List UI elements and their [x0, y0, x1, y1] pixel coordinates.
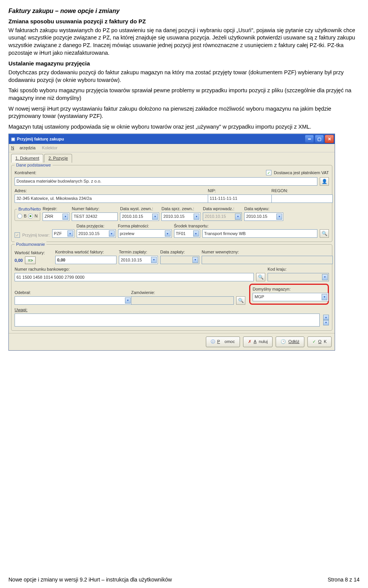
numer-wewnetrzny-label: Numer wewnętrzny:	[202, 249, 329, 255]
termin-zaplaty-label: Termin zapłaty:	[119, 249, 158, 255]
chevron-down-icon: ▼	[322, 274, 328, 280]
tab-dokument[interactable]: 1. Dokument	[11, 154, 43, 163]
zamowienie-lookup-button[interactable]: 🔍	[236, 296, 245, 305]
dialog-window: ▣ Przyjmij fakturę zakupu ━ ▢ ✕ Narzędzi…	[8, 134, 335, 350]
nip-label: NIP:	[208, 188, 269, 194]
srodek-transportu-select[interactable]: TF01▼	[174, 229, 200, 238]
srodek-transportu-label: Środek transportu:	[174, 223, 329, 229]
chevron-down-icon: ▼	[109, 230, 115, 237]
data-przyjecia-select[interactable]: 2010.10.15▼	[77, 229, 116, 238]
menu-narzedzia[interactable]: Narzędzia	[11, 145, 36, 150]
domyslny-magazyn-highlight: Domyślny magazyn: MGP▼	[249, 284, 329, 305]
kontrolna-wartosc-field[interactable]: 0,00	[55, 256, 117, 264]
data-wyst-select[interactable]: 2010.10.15▼	[120, 212, 159, 221]
chevron-down-icon: ▼	[152, 214, 158, 220]
srodek-lookup-button[interactable]: 🔍	[320, 229, 329, 238]
rejestr-label: Rejestr:	[43, 206, 69, 212]
tab-pozycje[interactable]: 2. Pozycje	[44, 154, 72, 163]
page-title: Faktury zakupu – nowe opcje i zmiany	[8, 7, 360, 15]
data-wplywu-select[interactable]: 2010.10.15▼	[244, 212, 283, 221]
section1-para: W fakturach zakupu wystawianych do PZ po…	[8, 27, 360, 57]
ok-button[interactable]: ✓OK	[307, 336, 332, 347]
nip-field[interactable]: 111-111-11-11	[208, 194, 273, 203]
anuluj-button[interactable]: ✗Anuluj	[243, 336, 273, 347]
forma-platnosci-label: Forma płatności:	[118, 223, 172, 229]
kod-kraju-select[interactable]: ▼	[268, 273, 329, 281]
scroll-up-icon[interactable]: ▲	[323, 315, 329, 320]
chevron-down-icon: ▼	[192, 257, 198, 263]
app-icon: ▣	[11, 136, 15, 142]
srodek-transportu-desc: Transport firmowy WB	[202, 229, 317, 238]
group-podsumowanie: Podsumowanie Wartość faktury: 0,00 => Ko…	[11, 244, 332, 330]
menubar: Narzędzia Kolektor	[9, 144, 335, 152]
odebral-select[interactable]: ▼	[15, 296, 132, 305]
uwagi-label: Uwagi:	[15, 307, 329, 313]
adres-label: Adres:	[15, 188, 205, 194]
menu-kolektor: Kolektor	[42, 145, 58, 150]
chevron-down-icon: ▼	[235, 214, 241, 220]
uwagi-field[interactable]	[15, 314, 320, 327]
wartosc-faktury-label: Wartość faktury:	[15, 250, 53, 256]
zamowienie-field	[131, 296, 234, 305]
clock-icon: 🕒	[281, 339, 286, 345]
section2-title: Ustalanie magazynu przyjęcia	[8, 60, 360, 67]
chevron-down-icon: ▼	[322, 294, 327, 300]
chevron-down-icon: ▼	[125, 297, 131, 304]
group-title-podsum: Podsumowanie	[15, 242, 46, 247]
przyjmij-towar-select[interactable]: PZF▼	[52, 229, 74, 238]
netto-label: N	[34, 213, 38, 219]
domyslny-magazyn-label: Domyślny magazyn:	[253, 286, 325, 292]
odloz-button[interactable]: 🕒Odłóż	[276, 336, 304, 347]
brutto-label: B	[24, 213, 26, 219]
data-zaplaty-select[interactable]: ▼	[160, 256, 199, 264]
rachunek-lookup-button[interactable]: 🔍	[256, 273, 265, 281]
data-wyst-label: Data wyst. zewn.:	[120, 206, 159, 212]
numer-faktury-field[interactable]: TEST 32432	[72, 212, 118, 221]
scroll-down-icon[interactable]: ▼	[323, 320, 329, 325]
chevron-down-icon: ▼	[193, 230, 199, 237]
cancel-icon: ✗	[248, 339, 251, 345]
kontrahent-lookup-button[interactable]: 👤	[320, 177, 329, 186]
przyjmij-towar-checkbox: ✓	[15, 232, 20, 238]
kod-kraju-label: Kod kraju:	[268, 266, 329, 272]
group-title-dane: Dane podstawowe	[15, 162, 53, 168]
button-bar: ⓘPomoc ✗Anuluj 🕒Odłóż ✓OK	[9, 333, 335, 350]
netto-radio[interactable]	[28, 214, 33, 219]
window-title: Przyjmij fakturę zakupu	[17, 136, 305, 142]
termin-zaplaty-select[interactable]: 2010.10.15▼	[119, 256, 158, 264]
section2-para2: Taki sposób wyboru magazynu przyjęcia to…	[8, 87, 360, 102]
domyslny-magazyn-select[interactable]: MGP▼	[253, 293, 329, 301]
data-wplywu-label: Data wpływu:	[244, 206, 283, 212]
dostawca-vat-label: Dostawca jest płatnikiem VAT	[274, 170, 329, 176]
titlebar[interactable]: ▣ Przyjmij fakturę zakupu ━ ▢ ✕	[9, 134, 335, 144]
maximize-button[interactable]: ▢	[315, 135, 324, 143]
numer-faktury-label: Numer faktury:	[72, 206, 118, 212]
rejestr-select[interactable]: ZRR▼	[43, 212, 69, 221]
data-sprz-select[interactable]: 2010.10.15▼	[161, 212, 200, 221]
chevron-down-icon: ▼	[194, 214, 199, 220]
section1-title: Zmiana sposobu usuwania pozycji z faktur…	[8, 18, 360, 25]
arrow-copy-button[interactable]: =>	[25, 256, 36, 264]
check-icon: ✓	[312, 339, 316, 345]
numer-wewnetrzny-field	[202, 256, 333, 264]
nr-rachunku-field[interactable]: 61 1500 1458 1014 5000 2799 0000	[15, 273, 254, 281]
adres-field[interactable]: 32-345 Katowice, ul. Mikołowska 234/2a	[15, 194, 209, 203]
regon-field[interactable]	[271, 194, 333, 203]
forma-platnosci-select[interactable]: przelew▼	[118, 229, 172, 238]
pomoc-button[interactable]: ⓘPomoc	[206, 336, 240, 347]
brutto-radio[interactable]	[17, 214, 22, 219]
minimize-button[interactable]: ━	[305, 135, 314, 143]
kontrahent-label: Kontrahent:	[15, 170, 36, 176]
info-icon: ⓘ	[211, 339, 215, 345]
tab-bar: 1. Dokument 2. Pozycje	[9, 152, 335, 163]
chevron-down-icon: ▼	[165, 230, 171, 237]
chevron-down-icon: ▼	[151, 257, 157, 263]
section2-para1: Dotychczas przy dodawaniu pozycji do fak…	[8, 69, 360, 84]
close-button[interactable]: ✕	[325, 135, 334, 143]
nr-rachunku-label: Numer rachunku bankowego:	[15, 266, 265, 272]
data-wprow-select: 2010.10.15▼	[203, 212, 242, 221]
kontrahent-field[interactable]: Dostawca materiałów budowlanych Sp. z o.…	[15, 177, 317, 186]
dostawca-vat-checkbox[interactable]: ✓	[266, 170, 271, 175]
data-przyjecia-label: Data przyjęcia:	[77, 223, 116, 229]
kontrolna-wartosc-label: Kontrolna wartość faktury:	[55, 249, 117, 255]
